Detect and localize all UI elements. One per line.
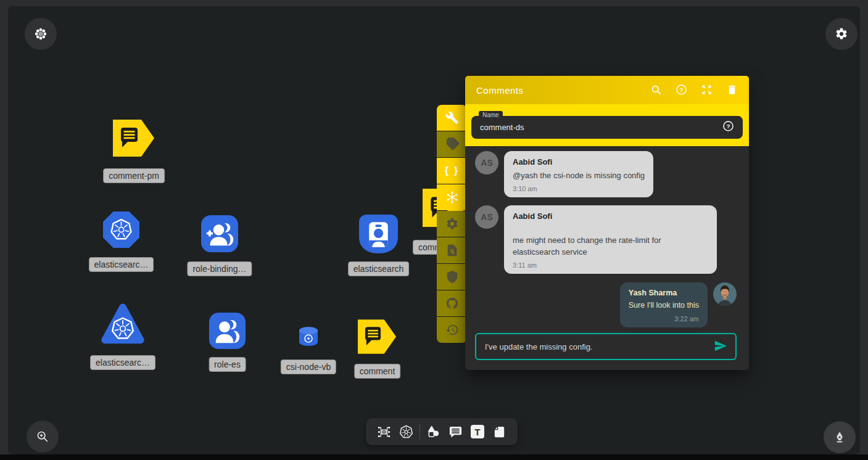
message-text: me might need to change the rate-limit f… <box>513 234 708 258</box>
json-button[interactable]: { } <box>437 158 467 184</box>
expand-button[interactable] <box>700 84 713 96</box>
kubernetes-octagon-icon <box>102 210 141 249</box>
name-input[interactable] <box>480 123 722 132</box>
avatar: AS <box>475 151 498 175</box>
node-label: role-es <box>209 357 246 372</box>
shapes-icon <box>426 425 440 439</box>
comments-panel-header[interactable]: Comments <box>465 76 749 104</box>
tags-button[interactable] <box>437 131 467 157</box>
messages-area[interactable]: AS Aabid Sofi @yash the csi-node is miss… <box>465 146 749 370</box>
node-elasticsearch-triangle[interactable]: elasticsearc… <box>100 302 146 349</box>
panel-title: Comments <box>476 85 524 96</box>
message-time: 3:10 am <box>513 185 645 192</box>
node-label: comment <box>354 364 401 379</box>
hub-icon <box>445 191 459 204</box>
node-label: csi-node-vb <box>281 359 336 374</box>
yash-avatar <box>713 282 737 306</box>
tags-icon <box>445 138 459 151</box>
comment-tool-button[interactable] <box>447 423 464 440</box>
node-label: comment-pm <box>103 168 165 183</box>
node-comment-pm[interactable]: comment-pm <box>113 118 155 160</box>
service-account-icon <box>358 214 399 254</box>
node-role-binding[interactable]: role-binding… <box>200 215 239 255</box>
name-help-icon[interactable] <box>722 120 734 134</box>
message-text: Sure I'll look into this <box>629 300 699 311</box>
help-button[interactable] <box>675 84 687 96</box>
settings-button[interactable] <box>437 211 467 237</box>
message-time: 3:22 am <box>629 315 699 322</box>
node-comment[interactable]: comment <box>358 318 397 358</box>
name-section: Name <box>465 104 749 146</box>
kubernetes-triangle-icon <box>100 302 146 347</box>
inspect-button[interactable] <box>437 237 467 263</box>
avatar: AS <box>475 205 498 229</box>
design-canvas[interactable]: comment-pm elasticsearc… role-binding… <box>8 6 860 454</box>
search-button[interactable] <box>650 84 662 96</box>
delete-button[interactable] <box>725 84 738 96</box>
pen-tool-button[interactable] <box>824 421 856 453</box>
node-csi-node-vb[interactable]: csi-node-vb <box>298 326 319 350</box>
shape-toolbar: T <box>366 418 518 445</box>
gear-icon <box>835 27 848 41</box>
github-button[interactable] <box>437 290 467 316</box>
message-author: Aabid Sofi <box>513 212 708 221</box>
text-tool-button[interactable]: T <box>469 423 486 440</box>
send-icon <box>714 339 727 353</box>
gear-icon <box>445 217 459 231</box>
message-bubble: Aabid Sofi me might need to change the r… <box>504 205 717 274</box>
window-frame: comment-pm elasticsearc… role-binding… <box>0 0 868 460</box>
role-binding-icon <box>200 215 239 253</box>
note-tool-button[interactable] <box>490 423 508 440</box>
text-tool-icon: T <box>471 425 484 438</box>
message-author: Yash Sharma <box>629 289 699 297</box>
message-row: AS Aabid Sofi me might need to change th… <box>475 205 737 274</box>
name-field-wrap: Name <box>471 116 743 139</box>
node-role-es[interactable]: role-es <box>209 312 246 352</box>
node-label: role-binding… <box>187 261 252 276</box>
help-icon <box>676 84 687 96</box>
message-row: Yash Sharma Sure I'll look into this 3:2… <box>475 282 737 327</box>
node-elasticsearch-octagon[interactable]: elasticsearc… <box>102 210 141 252</box>
toolbar-divider <box>420 424 420 440</box>
zoom-in-icon <box>36 430 49 443</box>
network-icon <box>377 425 391 439</box>
node-label: elasticsearc… <box>90 355 155 370</box>
network-tool-button[interactable] <box>376 423 393 440</box>
comment-composer <box>475 333 737 360</box>
comment-node-icon <box>113 118 155 158</box>
hub-button[interactable] <box>437 184 467 210</box>
message-bubble: Yash Sharma Sure I'll look into this 3:2… <box>620 282 708 327</box>
kubernetes-icon <box>399 425 413 439</box>
node-label: elasticsearc… <box>89 257 154 272</box>
shapes-tool-button[interactable] <box>425 423 442 440</box>
comment-input[interactable] <box>485 342 713 351</box>
window-bottom-edge <box>0 454 868 460</box>
message-bubble: Aabid Sofi @yash the csi-node is missing… <box>504 151 653 197</box>
zoom-button[interactable] <box>27 421 59 453</box>
message-time: 3:11 am <box>513 261 708 269</box>
expand-icon <box>701 84 713 96</box>
comment-node-icon <box>358 318 397 356</box>
flower-icon <box>34 27 48 41</box>
configure-button[interactable] <box>437 105 467 131</box>
pen-nib-icon <box>833 430 846 444</box>
name-field-label: Name <box>479 111 503 119</box>
shield-icon <box>445 270 459 284</box>
kubernetes-tool-button[interactable] <box>397 423 415 440</box>
comments-panel: Comments Name AS <box>465 76 749 370</box>
comment-icon <box>448 425 463 439</box>
search-icon <box>650 84 662 96</box>
app-menu-button[interactable] <box>25 18 57 50</box>
node-elasticsearch[interactable]: elasticsearch <box>358 214 399 257</box>
security-button[interactable] <box>437 264 467 290</box>
message-row: AS Aabid Sofi @yash the csi-node is miss… <box>475 151 737 197</box>
message-author: Aabid Sofi <box>513 157 645 166</box>
storage-cylinder-icon <box>298 326 319 347</box>
braces-icon: { } <box>445 165 460 177</box>
github-icon <box>445 297 459 310</box>
history-button[interactable] <box>437 317 467 343</box>
send-button[interactable] <box>713 339 728 354</box>
history-icon <box>445 323 459 337</box>
trash-icon <box>726 84 738 96</box>
settings-fab-button[interactable] <box>825 18 858 50</box>
